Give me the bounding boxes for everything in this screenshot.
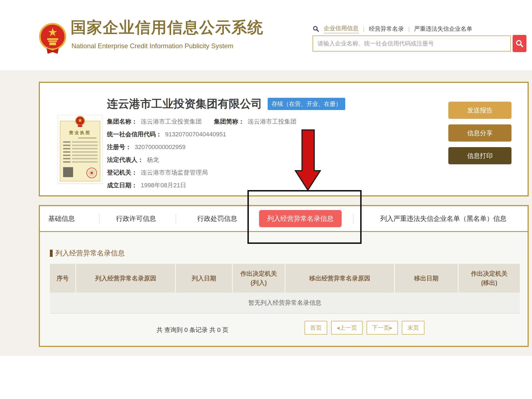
search-scope-tabs: 企业信用信息|经营异常名录|严重违法失信企业名单	[313, 24, 472, 33]
search-bar	[313, 35, 526, 52]
column-header-line: 移出日期	[414, 274, 439, 283]
field-value: 连云港市工投集团	[248, 118, 296, 125]
field-value: 杨龙	[147, 156, 159, 163]
red-arrow-annotation	[294, 129, 321, 191]
search-icon	[313, 25, 319, 32]
field-label: 登记机关：	[107, 169, 137, 176]
field-label: 集团简称：	[214, 118, 244, 125]
license-text-lines	[63, 141, 98, 165]
highlight-rectangle-annotation	[247, 190, 362, 244]
field-label: 统一社会信用代码：	[107, 131, 162, 138]
field-value: 1998年08月21日	[141, 182, 186, 189]
pagination-last-button[interactable]: 末页	[402, 321, 424, 335]
license-subline	[78, 137, 96, 139]
column-header-remove-date: 移出日期	[395, 264, 459, 293]
column-header-line: 作出决定机关	[471, 269, 508, 278]
pagination: 首页◂上一页下一页▸末页	[305, 321, 424, 335]
column-header-line: (移出)	[481, 278, 497, 287]
tab-separator	[176, 214, 176, 223]
table-empty-row: 暂无列入经营异常名录信息	[50, 293, 520, 314]
column-header-remove-authority: 作出决定机关(移出)	[459, 264, 520, 293]
column-header-list-authority: 作出决定机关(列入)	[233, 264, 285, 293]
send-report-button[interactable]: 发送报告	[448, 102, 511, 119]
separator: |	[408, 26, 410, 32]
column-header-line: 作出决定机关	[241, 269, 277, 278]
print-info-button[interactable]: 信息打印	[448, 147, 511, 164]
site-header: 国家企业信用信息公示系统 National Enterprise Credit …	[0, 0, 532, 71]
field-label: 成立日期：	[107, 182, 137, 189]
column-header-line: (列入)	[250, 278, 267, 287]
share-info-button[interactable]: 信息分享	[448, 124, 511, 142]
section-title-text: 列入经营异常名录信息	[55, 249, 125, 258]
license-emblem-icon	[75, 116, 85, 127]
search-button[interactable]	[513, 35, 526, 52]
business-license-thumbnail[interactable]: 营业执照	[58, 115, 103, 184]
section-title: 列入经营异常名录信息	[50, 249, 125, 258]
company-status-badge: 存续（在营、开业、在册）	[268, 98, 345, 110]
abnormal-list-table: 序号列入经营异常名录原因列入日期作出决定机关(列入)移出经营异常名录原因移出日期…	[50, 264, 520, 346]
search-scope-tab-enterprise-credit[interactable]: 企业信用信息	[324, 24, 359, 33]
column-header-line: 序号	[57, 274, 69, 283]
table-footer: 共 查询到 0 条记录 共 0 页 首页◂上一页下一页▸末页	[50, 314, 520, 346]
company-action-buttons: 发送报告信息分享信息打印	[448, 102, 511, 164]
pagination-next-button[interactable]: 下一页▸	[367, 321, 398, 335]
tab-admin-penalty[interactable]: 行政处罚信息	[197, 214, 237, 223]
column-header-remove-reason: 移出经营异常名录原因	[285, 264, 395, 293]
field-value: 320700000002959	[135, 144, 186, 150]
search-scope-tab-abnormal-directory[interactable]: 经营异常名录	[369, 25, 404, 33]
search-scope-tab-serious-violation[interactable]: 严重违法失信企业名单	[414, 25, 472, 33]
records-summary: 共 查询到 0 条记录 共 0 页	[157, 326, 228, 334]
tab-basic-info[interactable]: 基础信息	[48, 214, 75, 223]
column-header-list-date: 列入日期	[176, 264, 233, 293]
tab-admin-license[interactable]: 行政许可信息	[116, 214, 156, 223]
section-title-bar-icon	[50, 250, 53, 257]
license-paper: 营业执照	[60, 121, 100, 181]
search-button-icon	[515, 39, 524, 48]
field-label: 注册号：	[107, 144, 131, 150]
license-title: 营业执照	[60, 130, 100, 135]
column-header-line: 列入经营异常名录原因	[95, 274, 156, 283]
page: 国家企业信用信息公示系统 National Enterprise Credit …	[0, 0, 532, 399]
column-header-list-reason: 列入经营异常名录原因	[76, 264, 176, 293]
national-emblem-logo	[38, 23, 67, 56]
search-input[interactable]	[313, 35, 511, 52]
field-value: 连云港市工业投资集团	[141, 118, 202, 125]
column-header-index: 序号	[50, 264, 76, 293]
pagination-prev-button[interactable]: ◂上一页	[331, 321, 363, 335]
field-value: 913207007040440951	[165, 131, 226, 138]
company-card: 营业执照 连云港市工业投资集团有限公司 存续（在营、开业、在册）	[39, 82, 529, 196]
site-title: 国家企业信用信息公示系统	[71, 17, 264, 38]
table-header-row: 序号列入经营异常名录原因列入日期作出决定机关(列入)移出经营异常名录原因移出日期…	[50, 264, 520, 293]
field-label: 集团名称：	[107, 118, 137, 125]
license-seal	[86, 168, 97, 178]
separator: |	[363, 26, 364, 32]
field-label: 法定代表人：	[107, 156, 144, 163]
tab-blacklist[interactable]: 列入严重违法失信企业名单（黑名单）信息	[380, 214, 507, 223]
tab-separator	[99, 214, 100, 223]
license-qr-code	[63, 167, 73, 177]
column-header-line: 移出经营异常名录原因	[309, 274, 370, 283]
detail-content: 列入经营异常名录信息 序号列入经营异常名录原因列入日期作出决定机关(列入)移出经…	[40, 232, 528, 346]
field-value: 连云港市市场监督管理局	[141, 169, 208, 176]
company-info-row: 集团名称：连云港市工业投资集团集团简称：连云港市工投集团	[107, 115, 345, 128]
column-header-line: 列入日期	[192, 274, 216, 283]
company-name: 连云港市工业投资集团有限公司	[107, 96, 262, 111]
pagination-first-button[interactable]: 首页	[305, 321, 327, 335]
site-subtitle: National Enterprise Credit Information P…	[71, 42, 233, 50]
